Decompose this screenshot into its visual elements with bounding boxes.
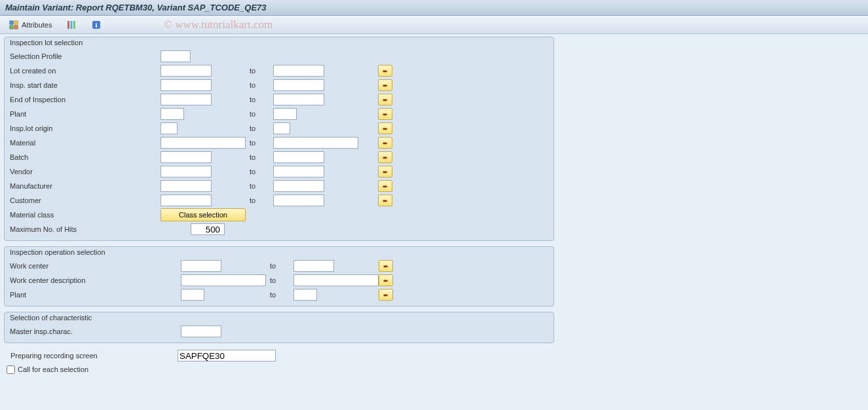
plant2-to-input[interactable] — [293, 289, 317, 301]
label-max-hits: Maximum No. of Hits — [10, 225, 160, 233]
work-center-desc-row: Work center description to ➨ — [5, 273, 554, 288]
manufacturer-row: Manufacturer to ➨ — [5, 179, 554, 193]
preparing-row: Preparing recording screen — [4, 348, 554, 363]
arrow-right-icon: ➨ — [383, 154, 388, 161]
insp-lot-origin-row: Insp.lot origin to ➨ — [5, 121, 554, 136]
multiple-selection-button[interactable]: ➨ — [378, 166, 392, 177]
multiple-selection-button[interactable]: ➨ — [378, 94, 392, 105]
inspection-operation-selection-group: Inspection operation selection Work cent… — [4, 246, 554, 307]
to-label: to — [246, 81, 273, 89]
toolbar: Attributes i © www.tutorialkart.com — [0, 16, 868, 34]
attributes-button[interactable]: Attributes — [4, 18, 56, 31]
to-label: to — [246, 96, 273, 103]
to-label: to — [246, 67, 273, 75]
manufacturer-to-input[interactable] — [273, 180, 324, 192]
arrow-right-icon: ➨ — [383, 168, 388, 176]
to-label: to — [266, 262, 293, 270]
label-call-for-each: Call for each selection — [18, 365, 88, 373]
multiple-selection-button[interactable]: ➨ — [378, 108, 392, 120]
to-label: to — [266, 291, 293, 299]
plant-to-input[interactable] — [273, 108, 297, 120]
multiple-selection-button[interactable]: ➨ — [378, 180, 392, 192]
multiple-selection-button[interactable]: ➨ — [379, 289, 393, 301]
customer-from-input[interactable] — [160, 195, 212, 206]
arrow-right-icon: ➨ — [383, 82, 388, 89]
info-button[interactable]: i — [86, 18, 106, 31]
attributes-label: Attributes — [22, 21, 52, 29]
to-label: to — [266, 276, 293, 284]
insp-lot-origin-from-input[interactable] — [160, 122, 178, 134]
vendor-to-input[interactable] — [273, 166, 324, 177]
label-batch: Batch — [10, 153, 160, 161]
insp-start-from-input[interactable] — [160, 79, 212, 91]
work-center-desc-to-input[interactable] — [293, 274, 379, 286]
label-preparing: Preparing recording screen — [10, 352, 178, 360]
label-work-center-desc: Work center description — [10, 276, 85, 284]
columns-icon — [66, 20, 77, 30]
selection-of-characteristic-group: Selection of characteristic Master insp.… — [4, 312, 554, 343]
plant2-from-input[interactable] — [181, 289, 204, 301]
multiple-selection-button[interactable]: ➨ — [379, 274, 393, 286]
multiple-selection-button[interactable]: ➨ — [378, 151, 392, 163]
page-title: Maintain Variant: Report RQETBM30, Varia… — [0, 0, 868, 16]
label-manufacturer: Manufacturer — [10, 182, 160, 190]
max-hits-input[interactable] — [191, 223, 225, 235]
multiple-selection-button[interactable]: ➨ — [378, 137, 392, 149]
multiple-selection-button[interactable]: ➨ — [379, 260, 393, 272]
work-center-to-input[interactable] — [293, 260, 334, 272]
watermark-text: © www.tutorialkart.com — [164, 18, 273, 31]
lot-created-to-input[interactable] — [273, 65, 324, 77]
class-selection-button[interactable]: Class selection — [160, 208, 246, 221]
svg-rect-2 — [10, 26, 13, 29]
batch-to-input[interactable] — [273, 151, 324, 163]
customer-row: Customer to ➨ — [5, 193, 554, 208]
group-title: Inspection operation selection — [5, 247, 554, 257]
max-hits-row: Maximum No. of Hits — [5, 222, 554, 236]
multiple-selection-button[interactable]: ➨ — [378, 195, 392, 206]
work-center-row: Work center to ➨ — [5, 259, 554, 273]
plant-row: Plant to ➨ — [5, 107, 554, 121]
svg-rect-3 — [14, 26, 18, 29]
to-label: to — [246, 124, 273, 132]
insp-start-to-input[interactable] — [273, 79, 324, 91]
multiple-selection-button[interactable]: ➨ — [378, 65, 392, 77]
arrow-right-icon: ➨ — [383, 125, 388, 132]
end-insp-to-input[interactable] — [273, 94, 324, 105]
attributes-icon — [9, 20, 19, 30]
multiple-selection-button[interactable]: ➨ — [378, 122, 392, 134]
label-master-insp-charac: Master insp.charac. — [10, 327, 73, 335]
end-insp-from-input[interactable] — [160, 94, 212, 105]
arrow-right-icon: ➨ — [383, 197, 388, 204]
arrow-right-icon: ➨ — [383, 111, 388, 118]
arrow-right-icon: ➨ — [383, 67, 388, 75]
master-insp-charac-input[interactable] — [181, 326, 221, 337]
manufacturer-from-input[interactable] — [160, 180, 212, 192]
svg-rect-0 — [10, 21, 13, 24]
preparing-input[interactable] — [178, 350, 276, 362]
material-from-input[interactable] — [160, 137, 246, 149]
vendor-from-input[interactable] — [160, 166, 212, 177]
material-row: Material to ➨ — [5, 136, 554, 150]
info-icon: i — [91, 20, 102, 30]
material-class-row: Material class Class selection — [5, 208, 554, 222]
batch-from-input[interactable] — [160, 151, 212, 163]
work-center-from-input[interactable] — [181, 260, 221, 272]
material-to-input[interactable] — [273, 137, 358, 149]
to-label: to — [246, 139, 273, 147]
to-label: to — [246, 196, 273, 204]
insp-lot-origin-to-input[interactable] — [273, 122, 290, 134]
label-customer: Customer — [10, 196, 160, 204]
arrow-right-icon: ➨ — [383, 183, 388, 190]
lot-created-from-input[interactable] — [160, 65, 212, 77]
selection-profile-input[interactable] — [160, 50, 191, 62]
customer-to-input[interactable] — [273, 195, 324, 206]
work-center-desc-from-input[interactable] — [181, 274, 266, 286]
group-title: Inspection lot selection — [5, 37, 554, 48]
label-selection-profile: Selection Profile — [10, 52, 160, 60]
to-label: to — [246, 110, 273, 118]
multiple-selection-button[interactable]: ➨ — [378, 79, 392, 91]
column-toggle-button[interactable] — [62, 18, 81, 31]
plant-from-input[interactable] — [160, 108, 184, 120]
call-for-each-checkbox[interactable] — [7, 365, 15, 374]
selection-profile-row: Selection Profile — [5, 49, 554, 64]
